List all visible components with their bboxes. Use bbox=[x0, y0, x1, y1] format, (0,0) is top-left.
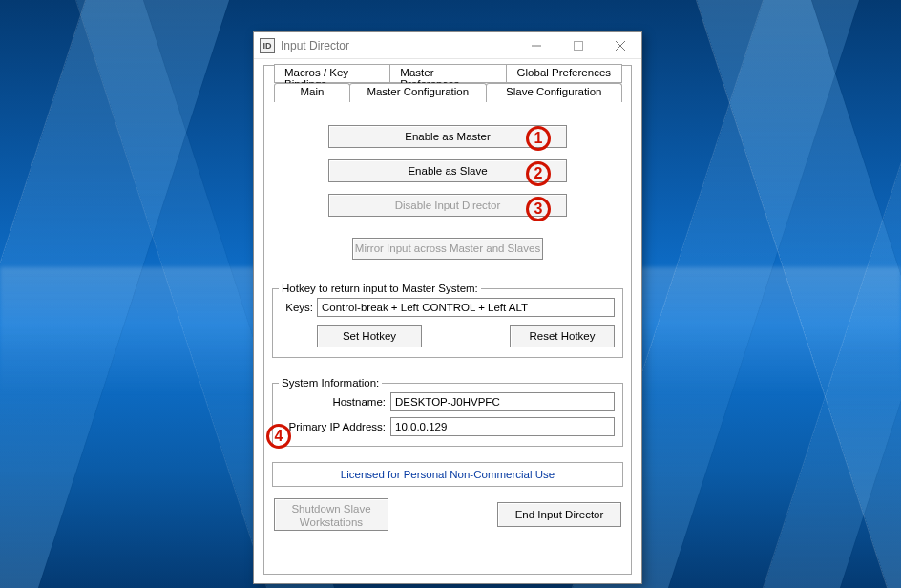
hotkey-group: Hotkey to return input to Master System:… bbox=[272, 283, 623, 358]
hostname-row: Hostname: bbox=[281, 392, 615, 411]
keys-label: Keys: bbox=[281, 302, 313, 313]
annotation-1: 1 bbox=[526, 126, 551, 151]
window-title: Input Director bbox=[281, 39, 515, 52]
tab-master-preferences[interactable]: Master Preferences bbox=[389, 64, 506, 83]
hotkey-keys-field[interactable] bbox=[317, 298, 615, 317]
tab-label: Slave Configuration bbox=[506, 86, 601, 97]
hotkey-keys-row: Keys: bbox=[281, 298, 615, 317]
annotation-label: 1 bbox=[534, 130, 543, 147]
hotkey-buttons-row: Set Hotkey Reset Hotkey bbox=[281, 325, 615, 347]
tab-row-top: Macros / Key Bindings Master Preferences… bbox=[274, 64, 621, 83]
button-label: End Input Director bbox=[515, 509, 604, 520]
tab-label: Master Configuration bbox=[367, 86, 469, 97]
button-label: Shutdown Slave Workstations bbox=[291, 503, 370, 528]
tab-row-bottom: Main Master Configuration Slave Configur… bbox=[274, 83, 621, 102]
annotation-4: 4 bbox=[266, 424, 291, 449]
tab-label: Global Preferences bbox=[517, 67, 611, 78]
svg-rect-1 bbox=[575, 41, 583, 50]
hotkey-legend: Hotkey to return input to Master System: bbox=[279, 283, 481, 294]
annotation-3: 3 bbox=[526, 197, 551, 221]
tab-label: Main bbox=[301, 86, 325, 97]
tab-slave-configuration[interactable]: Slave Configuration bbox=[486, 83, 623, 102]
close-button[interactable] bbox=[599, 32, 641, 59]
annotation-label: 3 bbox=[534, 200, 543, 218]
close-icon bbox=[616, 41, 625, 51]
annotation-label: 4 bbox=[275, 428, 283, 445]
maximize-icon bbox=[574, 41, 583, 51]
maximize-button[interactable] bbox=[557, 32, 599, 59]
panel-frame: Macros / Key Bindings Master Preferences… bbox=[263, 65, 632, 575]
tab-body-main: Enable as Master Enable as Slave Disable… bbox=[274, 104, 621, 564]
client-area: Macros / Key Bindings Master Preferences… bbox=[255, 59, 640, 582]
button-label: Mirror Input across Master and Slaves bbox=[355, 242, 540, 254]
desktop-background: ID Input Director Macros / Key Bindings … bbox=[0, 0, 901, 588]
button-label: Set Hotkey bbox=[343, 330, 396, 342]
footer-row: Shutdown Slave Workstations End Input Di… bbox=[274, 498, 621, 531]
tab-global-preferences[interactable]: Global Preferences bbox=[506, 64, 622, 83]
button-label: Enable as Master bbox=[405, 131, 491, 142]
minimize-icon bbox=[532, 41, 541, 51]
ip-field[interactable] bbox=[390, 417, 615, 436]
ip-label: Primary IP Address: bbox=[281, 421, 386, 432]
reset-hotkey-button[interactable]: Reset Hotkey bbox=[510, 325, 615, 347]
annotation-2: 2 bbox=[526, 161, 551, 186]
system-info-group: System Information: Hostname: Primary IP… bbox=[272, 377, 623, 447]
titlebar[interactable]: ID Input Director bbox=[254, 32, 641, 59]
shutdown-slaves-button[interactable]: Shutdown Slave Workstations bbox=[274, 498, 388, 531]
minimize-button[interactable] bbox=[515, 32, 557, 59]
tab-main[interactable]: Main bbox=[274, 83, 350, 102]
license-link[interactable]: Licensed for Personal Non-Commercial Use bbox=[341, 469, 555, 480]
button-label: Disable Input Director bbox=[395, 200, 501, 211]
ip-row: Primary IP Address: bbox=[281, 417, 615, 436]
tab-strip: Macros / Key Bindings Master Preferences… bbox=[274, 64, 621, 104]
button-label: Enable as Slave bbox=[408, 165, 487, 177]
app-icon: ID bbox=[260, 38, 275, 53]
set-hotkey-button[interactable]: Set Hotkey bbox=[317, 325, 422, 347]
sysinfo-legend: System Information: bbox=[279, 377, 382, 388]
license-box: Licensed for Personal Non-Commercial Use bbox=[272, 462, 623, 487]
end-input-director-button[interactable]: End Input Director bbox=[497, 502, 621, 527]
button-label: Reset Hotkey bbox=[529, 330, 595, 342]
tab-macros[interactable]: Macros / Key Bindings bbox=[274, 64, 390, 83]
annotation-label: 2 bbox=[534, 165, 543, 182]
hostname-label: Hostname: bbox=[281, 396, 386, 408]
mirror-input-button[interactable]: Mirror Input across Master and Slaves bbox=[352, 238, 543, 260]
app-window: ID Input Director Macros / Key Bindings … bbox=[253, 32, 642, 584]
hostname-field[interactable] bbox=[390, 392, 615, 411]
tab-master-configuration[interactable]: Master Configuration bbox=[349, 83, 487, 102]
